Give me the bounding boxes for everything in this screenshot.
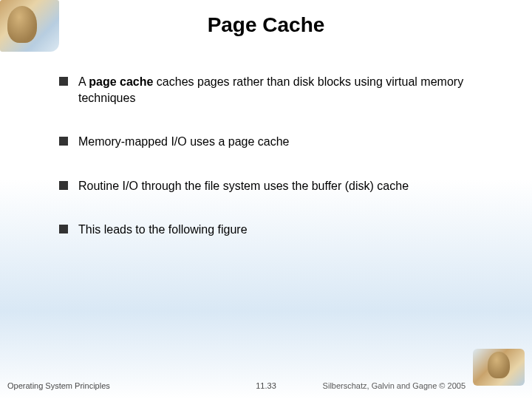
bullet-marker-icon [59, 181, 68, 190]
dinosaur-icon [488, 352, 510, 378]
bullet-item: Routine I/O through the file system uses… [59, 178, 488, 194]
slide-content: A page cache caches pages rather than di… [59, 74, 488, 266]
bullet-rest: Memory-mapped I/O uses a page cache [78, 135, 289, 148]
slide-title: Page Cache [0, 13, 532, 37]
bullet-item: A page cache caches pages rather than di… [59, 74, 488, 106]
bullet-text: Memory-mapped I/O uses a page cache [78, 134, 488, 150]
slide-footer: Operating System Principles 11.33 Silber… [0, 375, 532, 390]
slide: Page Cache A page cache caches pages rat… [0, 0, 532, 399]
footer-left-text: Operating System Principles [7, 381, 110, 390]
bullet-text: This leads to the following figure [78, 222, 488, 238]
bullet-rest: This leads to the following figure [78, 223, 248, 236]
bullet-item: This leads to the following figure [59, 222, 488, 238]
bullet-item: Memory-mapped I/O uses a page cache [59, 134, 488, 150]
footer-copyright: Silberschatz, Galvin and Gagne © 2005 [323, 381, 466, 390]
bullet-prefix: A [78, 75, 89, 88]
bullet-text: Routine I/O through the file system uses… [78, 178, 488, 194]
bullet-marker-icon [59, 137, 68, 146]
bullet-marker-icon [59, 225, 68, 233]
footer-slide-number: 11.33 [256, 381, 276, 390]
bullet-text: A page cache caches pages rather than di… [78, 74, 488, 106]
bullet-bold: page cache [89, 75, 153, 88]
bullet-rest: Routine I/O through the file system uses… [78, 180, 409, 192]
bullet-marker-icon [59, 77, 68, 86]
